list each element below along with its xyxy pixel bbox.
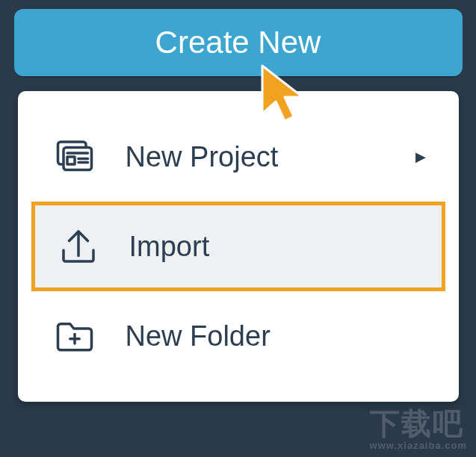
create-new-button[interactable]: Create New: [14, 9, 463, 76]
create-new-label: Create New: [155, 25, 321, 60]
menu-item-new-project[interactable]: New Project ▶: [31, 112, 445, 202]
menu-label-new-project: New Project: [126, 141, 415, 173]
menu-label-import: Import: [129, 231, 422, 263]
menu-item-import[interactable]: Import: [31, 202, 445, 291]
menu-item-new-folder[interactable]: New Folder: [31, 291, 445, 381]
submenu-arrow-icon: ▶: [415, 149, 426, 165]
watermark: 下载吧 www.xiazaiba.com: [370, 403, 467, 451]
watermark-sub: www.xiazaiba.com: [370, 440, 467, 451]
menu-label-new-folder: New Folder: [126, 320, 426, 352]
new-folder-icon: [51, 312, 99, 360]
create-new-dropdown: New Project ▶ Import New Folder: [18, 91, 459, 402]
watermark-main: 下载吧: [370, 407, 464, 440]
import-icon: [55, 223, 102, 270]
project-icon: [51, 133, 99, 181]
